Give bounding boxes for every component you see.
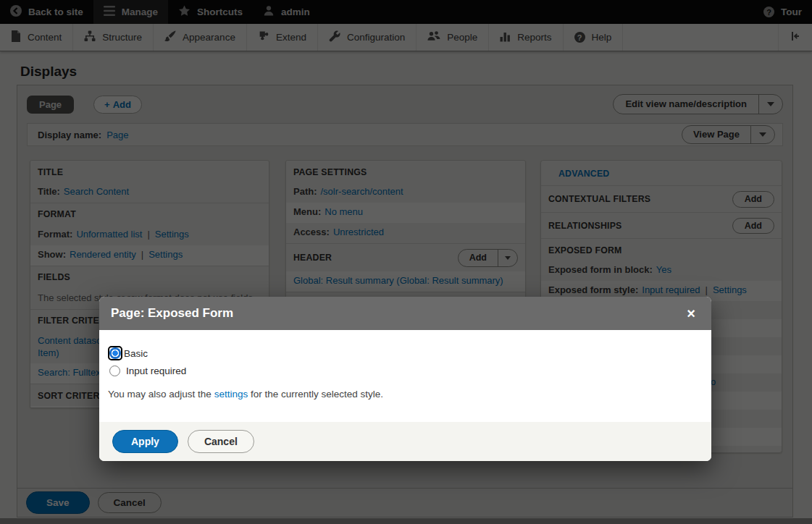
apply-button[interactable]: Apply [112,430,178,453]
note-text-post: for the currently selected style. [251,389,383,400]
exposed-form-dialog: Page: Exposed Form × Basic Input require… [99,297,711,461]
radio-input-required[interactable] [109,365,120,376]
dialog-titlebar: Page: Exposed Form × [99,297,711,330]
radio-basic[interactable] [108,346,122,360]
radio-input-required-label[interactable]: Input required [126,365,186,376]
dialog-body: Basic Input required You may also adjust… [99,330,711,422]
radio-basic-label[interactable]: Basic [124,348,148,359]
close-icon[interactable]: × [682,306,700,321]
dialog-buttonpane: Apply Cancel [99,422,711,461]
dialog-note: You may also adjust the settings for the… [108,389,703,400]
radio-selected-icon [109,347,121,359]
note-text-pre: You may also adjust the [108,389,212,400]
dialog-title: Page: Exposed Form [111,306,682,321]
dialog-cancel-button[interactable]: Cancel [188,430,254,453]
radio-row-basic: Basic [108,346,703,360]
radio-row-input-required: Input required [108,365,703,376]
settings-link[interactable]: settings [214,389,248,400]
